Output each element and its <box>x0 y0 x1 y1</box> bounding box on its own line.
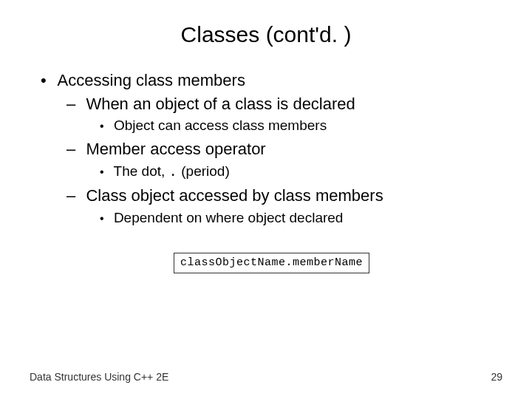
bullet-text: Class object accessed by class members <box>86 186 383 205</box>
bullet-level1: Accessing class members <box>41 69 502 92</box>
code-example-box: classObjectName.memberName <box>174 253 369 273</box>
bullet-text-part: The dot, <box>114 163 169 179</box>
slide-container: Classes (cont'd. ) Accessing class membe… <box>0 0 532 399</box>
footer-left: Data Structures Using C++ 2E <box>30 371 168 383</box>
slide-title: Classes (cont'd. ) <box>30 22 502 47</box>
bullet-level3: Object can access class members <box>100 116 502 135</box>
bullet-text: Member access operator <box>86 140 265 158</box>
page-number: 29 <box>491 371 502 383</box>
content-area: Accessing class members When an object o… <box>30 69 502 273</box>
bullet-level2: When an object of a class is declared <box>66 93 502 115</box>
bullet-text-mono: . <box>169 164 177 180</box>
bullet-text-part: (period) <box>177 163 230 179</box>
bullet-level2: Member access operator <box>66 138 502 160</box>
bullet-level3: The dot, . (period) <box>100 162 502 183</box>
bullet-text: Object can access class members <box>114 117 327 133</box>
footer: Data Structures Using C++ 2E 29 <box>30 371 502 383</box>
bullet-text: When an object of a class is declared <box>86 95 355 113</box>
bullet-level2: Class object accessed by class members <box>66 185 502 207</box>
bullet-level3: Dependent on where object declared <box>100 208 502 228</box>
bullet-text: Dependent on where object declared <box>114 210 344 225</box>
bullet-text: Accessing class members <box>58 71 245 89</box>
